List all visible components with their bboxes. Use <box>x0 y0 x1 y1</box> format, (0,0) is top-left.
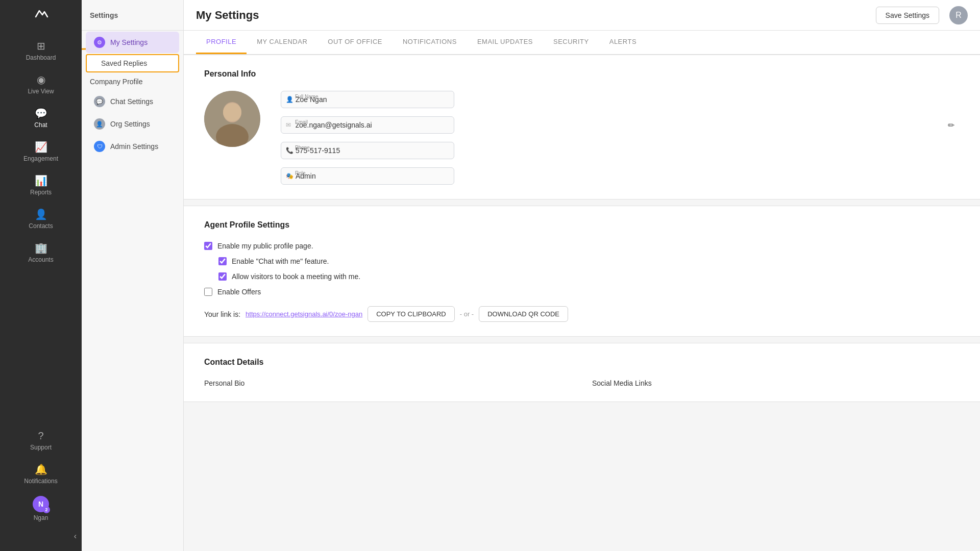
public-profile-row: Enable my public profile page. <box>204 242 960 250</box>
main-content: My Settings Save Settings R PROFILE MY C… <box>184 0 980 551</box>
dashboard-icon: ⊞ <box>37 40 45 52</box>
main-header: My Settings Save Settings R <box>184 0 980 31</box>
public-profile-checkbox[interactable] <box>204 242 212 250</box>
live-view-icon: ◉ <box>37 73 45 86</box>
avatar: N 2 <box>33 496 49 512</box>
sidebar-item-reports[interactable]: 📊 Reports <box>0 168 82 202</box>
settings-breadcrumb: Settings <box>90 11 118 19</box>
support-icon: ? <box>38 430 43 442</box>
settings-item-admin-settings[interactable]: 🛡 Admin Settings <box>86 136 179 157</box>
full-name-field-wrap: 👤 Full Name <box>281 91 960 108</box>
engagement-icon: 📈 <box>35 141 47 153</box>
sidebar-item-dashboard[interactable]: ⊞ Dashboard <box>0 34 82 67</box>
user-name-label: Ngan <box>34 514 48 521</box>
sidebar-item-contacts[interactable]: 👤 Contacts <box>0 202 82 236</box>
contact-details-title: Contact Details <box>204 358 960 367</box>
app-logo[interactable] <box>32 5 50 23</box>
email-icon: ✉ <box>286 121 291 129</box>
profile-avatar[interactable] <box>204 91 260 147</box>
save-settings-button[interactable]: Save Settings <box>876 7 939 24</box>
copy-to-clipboard-button[interactable]: COPY TO CLIPBOARD <box>368 306 455 322</box>
tab-out-of-office[interactable]: OUT OF OFFICE <box>317 31 393 54</box>
book-meeting-label: Allow visitors to book a meeting with me… <box>232 272 360 281</box>
sidebar-item-engagement[interactable]: 📈 Engagement <box>0 135 82 168</box>
settings-item-admin-settings-label: Admin Settings <box>110 142 158 151</box>
settings-item-chat-settings[interactable]: 💬 Chat Settings <box>86 91 179 112</box>
tab-my-calendar[interactable]: MY CALENDAR <box>247 31 317 54</box>
personal-info-section: Personal Info <box>184 55 980 199</box>
tab-email-updates[interactable]: EMAIL UPDATES <box>467 31 543 54</box>
role-label: Role <box>295 170 306 176</box>
settings-item-saved-replies[interactable]: Saved Replies <box>86 54 179 72</box>
nav-bottom: ? Support 🔔 Notifications N 2 Ngan ‹ <box>0 424 82 551</box>
role-field-wrap: 🎭 Role <box>281 167 960 185</box>
phone-label: Phone <box>295 145 310 151</box>
tab-security[interactable]: SECURITY <box>543 31 599 54</box>
agent-profile-section: Agent Profile Settings Enable my public … <box>184 206 980 337</box>
sidebar-item-support[interactable]: ? Support <box>0 424 82 457</box>
personal-info-row: 👤 Full Name ✉ Email ✏ 📞 <box>204 91 960 185</box>
download-qr-button[interactable]: DOWNLOAD QR CODE <box>479 306 568 322</box>
sidebar-item-chat-label: Chat <box>34 121 47 129</box>
full-name-icon: 👤 <box>286 96 293 103</box>
public-profile-label: Enable my public profile page. <box>217 242 313 250</box>
email-field-wrap: ✉ Email ✏ <box>281 116 960 134</box>
avatar-area <box>204 91 260 147</box>
left-nav: ⊞ Dashboard ◉ Live View 💬 Chat 📈 Engagem… <box>0 0 82 551</box>
settings-sidebar: Settings ⚙ My Settings Saved Replies Com… <box>82 0 184 551</box>
personal-bio-col: Personal Bio <box>204 379 572 387</box>
settings-item-org-settings[interactable]: 👤 Org Settings <box>86 113 179 135</box>
tab-notifications[interactable]: NOTIFICATIONS <box>393 31 467 54</box>
header-right: Save Settings R <box>876 6 968 24</box>
full-name-label: Full Name <box>295 94 318 99</box>
personal-info-title: Personal Info <box>204 69 960 79</box>
collapse-nav-button[interactable]: ‹ <box>69 527 82 546</box>
phone-icon: 📞 <box>286 147 293 154</box>
tab-profile[interactable]: PROFILE <box>196 31 247 54</box>
user-profile-nav[interactable]: N 2 Ngan <box>28 491 54 527</box>
settings-header: Settings <box>82 0 183 31</box>
tab-alerts[interactable]: ALERTS <box>599 31 647 54</box>
notification-badge: 2 <box>43 506 50 513</box>
accounts-icon: 🏢 <box>35 242 47 254</box>
settings-item-my-settings-label: My Settings <box>110 38 148 46</box>
phone-field-wrap: 📞 Phone <box>281 142 960 159</box>
contact-details-section: Contact Details Personal Bio Social Medi… <box>184 343 980 402</box>
settings-item-my-settings[interactable]: ⚙ My Settings <box>86 32 179 53</box>
settings-item-saved-replies-wrap: Saved Replies <box>86 54 179 72</box>
settings-item-company-profile[interactable]: Company Profile <box>82 73 183 90</box>
role-input[interactable] <box>281 167 454 185</box>
chat-settings-icon: 💬 <box>94 96 105 107</box>
sidebar-item-notifications-label: Notifications <box>24 478 57 485</box>
sidebar-item-contacts-label: Contacts <box>29 222 53 230</box>
sidebar-item-live-view[interactable]: ◉ Live View <box>0 67 82 101</box>
settings-item-chat-settings-label: Chat Settings <box>110 97 153 106</box>
contact-details-row: Personal Bio Social Media Links <box>204 379 960 387</box>
admin-settings-icon: 🛡 <box>94 141 105 152</box>
sidebar-item-support-label: Support <box>30 444 52 451</box>
role-icon: 🎭 <box>286 172 293 180</box>
edit-email-icon[interactable]: ✏ <box>948 120 954 130</box>
social-media-col: Social Media Links <box>592 379 960 387</box>
chat-with-me-checkbox[interactable] <box>218 257 227 265</box>
tabs-bar: PROFILE MY CALENDAR OUT OF OFFICE NOTIFI… <box>184 31 980 55</box>
book-meeting-checkbox[interactable] <box>218 272 227 281</box>
page-title: My Settings <box>196 9 259 22</box>
sidebar-item-accounts[interactable]: 🏢 Accounts <box>0 236 82 269</box>
agent-profile-title: Agent Profile Settings <box>204 220 960 230</box>
enable-offers-checkbox[interactable] <box>204 288 212 296</box>
sidebar-item-notifications[interactable]: 🔔 Notifications <box>0 457 82 491</box>
my-settings-icon: ⚙ <box>94 37 105 48</box>
sidebar-item-chat[interactable]: 💬 Chat <box>0 101 82 135</box>
form-fields: 👤 Full Name ✉ Email ✏ 📞 <box>281 91 960 185</box>
profile-link-row: Your link is: https://connect.getsignals… <box>204 306 960 322</box>
chat-with-me-label: Enable "Chat with me" feature. <box>232 257 329 265</box>
book-meeting-row: Allow visitors to book a meeting with me… <box>218 272 960 281</box>
contacts-icon: 👤 <box>35 208 47 220</box>
sidebar-item-reports-label: Reports <box>30 189 52 196</box>
header-user-avatar[interactable]: R <box>949 6 968 24</box>
profile-link-url[interactable]: https://connect.getsignals.ai/0/zoe-ngan <box>246 310 362 318</box>
org-settings-icon: 👤 <box>94 118 105 130</box>
email-label: Email <box>295 119 308 125</box>
enable-offers-label: Enable Offers <box>217 288 261 296</box>
